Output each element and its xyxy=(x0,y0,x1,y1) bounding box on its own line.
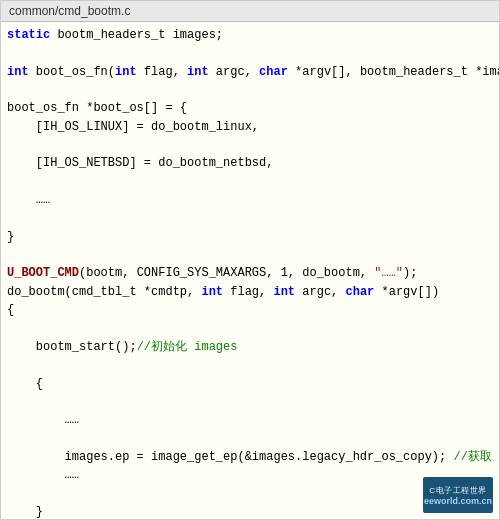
code-line: [IH_OS_NETBSD] = do_bootm_netbsd, xyxy=(7,154,493,173)
watermark: C电子工程世界 eeworld.com.cn xyxy=(423,477,493,513)
code-line xyxy=(7,173,493,191)
code-line: …… xyxy=(7,411,493,430)
code-line xyxy=(7,357,493,375)
code-line: boot_os_fn *boot_os[] = { xyxy=(7,99,493,118)
code-line xyxy=(7,45,493,63)
code-line xyxy=(7,393,493,411)
code-line: } xyxy=(7,228,493,247)
code-lines: static bootm_headers_t images;int boot_o… xyxy=(7,26,493,519)
code-line: …… xyxy=(7,191,493,210)
code-area[interactable]: static bootm_headers_t images;int boot_o… xyxy=(1,22,499,519)
code-line: do_bootm(cmd_tbl_t *cmdtp, int flag, int… xyxy=(7,283,493,302)
code-line: [IH_OS_LINUX] = do_bootm_linux, xyxy=(7,118,493,137)
app-container: common/cmd_bootm.c static bootm_headers_… xyxy=(0,0,500,520)
code-line: …… xyxy=(7,466,493,485)
watermark-domain: eeworld.com.cn xyxy=(424,496,492,506)
code-line: { xyxy=(7,301,493,320)
code-line xyxy=(7,136,493,154)
code-line xyxy=(7,430,493,448)
code-line xyxy=(7,81,493,99)
code-line: static bootm_headers_t images; xyxy=(7,26,493,45)
code-line xyxy=(7,485,493,503)
file-path: common/cmd_bootm.c xyxy=(9,4,130,18)
code-line xyxy=(7,246,493,264)
code-line: int boot_os_fn(int flag, int argc, char … xyxy=(7,63,493,82)
title-bar: common/cmd_bootm.c xyxy=(1,1,499,22)
code-line: U_BOOT_CMD(bootm, CONFIG_SYS_MAXARGS, 1,… xyxy=(7,264,493,283)
code-line xyxy=(7,210,493,228)
watermark-icon: C电子工程世界 xyxy=(429,485,486,496)
code-line: images.ep = image_get_ep(&images.legacy_… xyxy=(7,448,493,467)
code-line: } xyxy=(7,503,493,519)
code-line: bootm_start();//初始化 images xyxy=(7,338,493,357)
code-line: { xyxy=(7,375,493,394)
code-line xyxy=(7,320,493,338)
